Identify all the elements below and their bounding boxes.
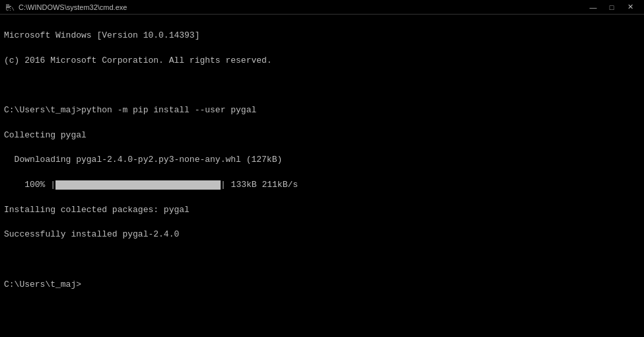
console-line-1: Microsoft Windows [Version 10.0.14393] xyxy=(4,30,199,40)
minimize-button[interactable]: — xyxy=(585,1,602,13)
console-line-9: Successfully installed pygal-2.4.0 xyxy=(4,229,179,239)
progress-bar xyxy=(55,180,221,190)
progress-pre: 100% | xyxy=(4,180,55,190)
maximize-button[interactable]: □ xyxy=(603,1,620,13)
console-line-10 xyxy=(4,254,9,264)
progress-post: | 133kB 211kB/s xyxy=(221,180,298,190)
title-bar: C:\ C:\WINDOWS\system32\cmd.exe — □ ✕ xyxy=(0,0,644,15)
close-button[interactable]: ✕ xyxy=(622,1,639,13)
console-line-3 xyxy=(4,80,9,90)
svg-text:C:\: C:\ xyxy=(6,7,15,12)
cmd-window: C:\ C:\WINDOWS\system32\cmd.exe — □ ✕ Mi… xyxy=(0,0,644,337)
console-line-5: Collecting pygal xyxy=(4,130,87,140)
title-bar-controls: — □ ✕ xyxy=(585,1,639,13)
console-line-2: (c) 2016 Microsoft Corporation. All righ… xyxy=(4,56,272,65)
cmd-icon: C:\ xyxy=(5,3,15,12)
console-line-6: Downloading pygal-2.4.0-py2.py3-none-any… xyxy=(4,155,282,165)
console-line-11: C:\Users\t_maj> xyxy=(4,280,81,289)
console-line-8: Installing collected packages: pygal xyxy=(4,205,190,215)
console-line-7: 100% || 133kB 211kB/s xyxy=(4,180,298,190)
svg-rect-1 xyxy=(6,5,9,5)
console-line-4: C:\Users\t_maj>python -m pip install --u… xyxy=(4,105,256,115)
console-output[interactable]: Microsoft Windows [Version 10.0.14393] (… xyxy=(0,15,644,337)
title-bar-text: C:\WINDOWS\system32\cmd.exe xyxy=(18,3,585,11)
